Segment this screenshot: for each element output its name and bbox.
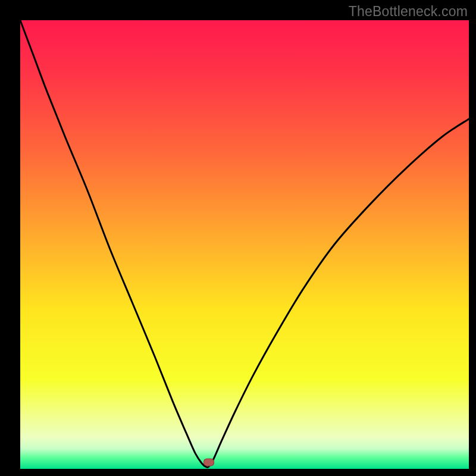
chart-frame: TheBottleneck.com xyxy=(0,0,476,476)
bottleneck-curve xyxy=(20,20,469,469)
minimum-marker xyxy=(203,458,214,466)
watermark-text: TheBottleneck.com xyxy=(349,4,468,20)
plot-area xyxy=(20,20,469,469)
